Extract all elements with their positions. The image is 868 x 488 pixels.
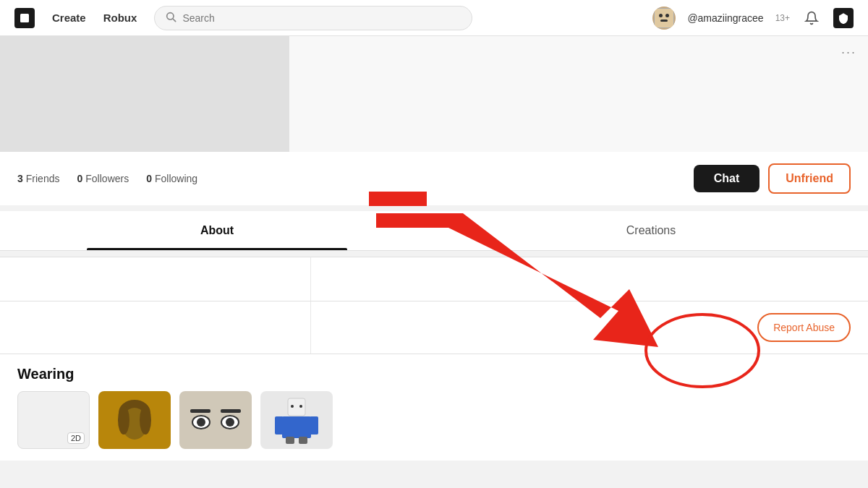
shield-icon[interactable] <box>833 8 854 28</box>
svg-rect-20 <box>299 437 307 444</box>
svg-rect-16 <box>282 416 311 438</box>
svg-rect-13 <box>288 398 305 416</box>
friends-stat: 3 Friends <box>17 173 59 184</box>
svg-line-2 <box>173 19 176 22</box>
avatar <box>652 7 676 30</box>
search-input[interactable] <box>182 12 461 24</box>
avatar-eye-left <box>659 14 663 17</box>
nav-username: @amaziingracee <box>687 12 763 24</box>
nav-robux-link[interactable]: Robux <box>103 12 137 24</box>
profile-card: ··· 3 Friends 0 Followers 0 Following <box>0 36 868 205</box>
nav-create-link[interactable]: Create <box>52 12 86 24</box>
profile-banner-avatar-area <box>0 36 289 152</box>
wearing-item-3[interactable] <box>179 391 252 449</box>
search-icon <box>165 11 176 25</box>
svg-point-15 <box>299 405 302 408</box>
wearing-item-4[interactable] <box>260 391 333 449</box>
tabs-bar: About Creations <box>0 211 868 251</box>
main-content: ··· 3 Friends 0 Followers 0 Following <box>0 36 868 461</box>
wearing-item-2[interactable] <box>98 391 171 449</box>
svg-point-12 <box>226 418 234 427</box>
about-row-1 <box>0 257 868 301</box>
followers-label: Followers <box>85 173 129 184</box>
about-right-report: Report Abuse <box>311 301 868 354</box>
profile-more-button[interactable]: ··· <box>841 45 856 60</box>
friends-count: 3 <box>17 173 23 184</box>
tab-about[interactable]: About <box>0 211 434 250</box>
avatar-eye-right <box>665 14 669 17</box>
about-right-panel <box>311 257 868 301</box>
about-row-2: Report Abuse <box>0 301 868 354</box>
avatar-mouth <box>660 20 668 22</box>
about-left-panel <box>0 257 311 301</box>
svg-point-14 <box>291 405 294 408</box>
followers-stat: 0 Followers <box>77 173 129 184</box>
friends-label: Friends <box>26 173 60 184</box>
svg-rect-7 <box>190 409 210 413</box>
svg-rect-19 <box>286 437 294 444</box>
roblox-logo <box>14 8 35 28</box>
profile-info-row: 3 Friends 0 Followers 0 Following Chat U… <box>0 152 868 205</box>
profile-stats: 3 Friends 0 Followers 0 Following <box>17 173 694 184</box>
badge-2d: 2D <box>67 432 85 444</box>
wearing-title: Wearing <box>17 366 851 382</box>
nav-age-label: 13+ <box>775 13 790 23</box>
notifications-button[interactable] <box>801 8 822 28</box>
wearing-item-1[interactable]: 2D <box>17 391 90 449</box>
tab-creations[interactable]: Creations <box>434 211 868 250</box>
wearing-section: Wearing 2D <box>0 354 868 461</box>
following-stat: 0 Following <box>146 173 197 184</box>
following-count: 0 <box>146 173 152 184</box>
svg-point-5 <box>118 406 129 435</box>
svg-rect-8 <box>221 409 241 413</box>
avatar-eyes <box>659 14 669 17</box>
svg-point-11 <box>197 418 205 427</box>
svg-rect-18 <box>310 416 318 435</box>
svg-point-6 <box>140 406 151 435</box>
followers-count: 0 <box>77 173 82 184</box>
navbar: Create Robux @amaziingracee 13+ <box>0 0 868 36</box>
avatar-face <box>654 8 674 28</box>
about-section: Report Abuse Wearing 2D <box>0 257 868 461</box>
profile-banner-bg <box>289 36 868 152</box>
svg-rect-0 <box>20 14 29 22</box>
wearing-items-list: 2D <box>17 391 851 461</box>
profile-actions: Chat Unfriend <box>694 163 851 194</box>
nav-right-section: @amaziingracee 13+ <box>652 7 854 30</box>
search-bar[interactable] <box>154 6 472 30</box>
about-left-panel-2 <box>0 301 311 354</box>
chat-button[interactable]: Chat <box>694 165 760 192</box>
following-label: Following <box>155 173 197 184</box>
profile-banner <box>0 36 868 152</box>
unfriend-button[interactable]: Unfriend <box>768 163 851 194</box>
report-abuse-button[interactable]: Report Abuse <box>757 313 851 342</box>
svg-rect-17 <box>275 416 284 435</box>
